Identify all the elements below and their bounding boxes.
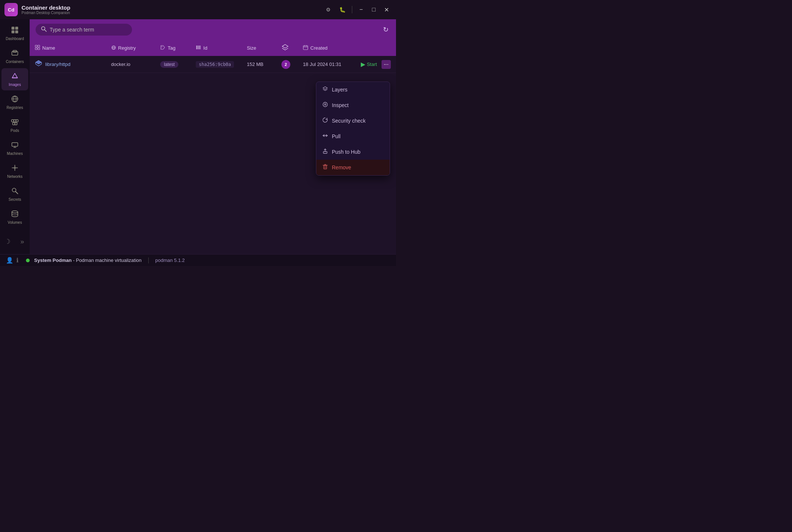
svg-rect-3 [15, 30, 18, 33]
svg-point-33 [162, 46, 162, 47]
table-header-row: Name Registry [30, 40, 396, 56]
menu-item-push-to-hub[interactable]: Push to Hub [316, 144, 390, 160]
settings-icon-btn[interactable]: ⚙ [322, 4, 334, 16]
sidebar-item-label-volumes: Volumes [8, 220, 22, 225]
menu-item-layers-label: Layers [332, 87, 347, 93]
menu-item-remove[interactable]: Remove [316, 160, 390, 175]
volumes-icon [11, 210, 19, 219]
menu-item-inspect[interactable]: Inspect [316, 97, 390, 113]
cell-actions: ▶ Start ··· [353, 56, 396, 73]
size-col-label: Size [247, 45, 256, 51]
menu-item-remove-label: Remove [332, 164, 351, 170]
sidebar-item-label-images: Images [9, 83, 21, 87]
start-label: Start [367, 61, 377, 67]
sidebar-item-containers[interactable]: Containers [1, 45, 28, 67]
pods-icon [11, 118, 19, 127]
sidebar-item-networks[interactable]: Networks [1, 160, 28, 182]
cell-id: sha256:9cb0a [191, 56, 241, 73]
app-title-block: Container desktop Podman Desktop Compani… [22, 4, 322, 15]
images-icon [11, 72, 19, 81]
content-area: ↻ Name [30, 19, 396, 254]
dashboard-icon [11, 26, 19, 35]
status-separator [148, 257, 149, 263]
search-box[interactable] [36, 24, 132, 36]
sidebar-item-machines[interactable]: Machines [1, 137, 28, 159]
col-header-id: Id [191, 40, 241, 56]
layer-badge: 2 [281, 60, 290, 69]
sidebar-item-label-containers: Containers [6, 60, 24, 64]
layers-col-icon [281, 47, 289, 52]
action-row: ▶ Start ··· [359, 60, 391, 69]
menu-item-security-check[interactable]: Security check [316, 113, 390, 129]
status-icons: 👤 ℹ [6, 257, 19, 264]
image-name: library/httpd [45, 61, 70, 67]
id-col-label: Id [203, 45, 207, 51]
search-input[interactable] [50, 27, 127, 33]
image-row-icon [35, 60, 42, 69]
sidebar-item-secrets[interactable]: Secrets [1, 183, 28, 205]
svg-rect-6 [12, 77, 18, 79]
sidebar-item-dashboard[interactable]: Dashboard [1, 22, 28, 44]
menu-item-push-label: Push to Hub [332, 149, 360, 155]
menu-item-pull[interactable]: Pull [316, 129, 390, 144]
svg-rect-0 [11, 27, 14, 30]
svg-rect-48 [324, 166, 327, 169]
cell-layers: 2 [276, 56, 298, 73]
col-header-tag: Tag [155, 40, 191, 56]
svg-rect-28 [38, 45, 40, 47]
push-hub-menu-icon [322, 148, 328, 156]
sidebar-item-registries[interactable]: Registries [1, 91, 28, 113]
titlebar-buttons: ⚙ 🐛 − □ ✕ [322, 4, 392, 16]
more-options-button[interactable]: ··· [382, 60, 391, 69]
app-title: Container desktop [22, 4, 322, 11]
refresh-button[interactable]: ↻ [382, 24, 390, 35]
cell-registry: docker.io [106, 56, 155, 73]
sidebar-item-pods[interactable]: Pods [1, 114, 28, 136]
sidebar: Dashboard Containers Images Registries P… [0, 19, 30, 254]
containers-icon [11, 49, 19, 58]
expand-icon[interactable]: » [16, 235, 29, 248]
sidebar-item-images[interactable]: Images [1, 68, 28, 90]
menu-item-security-label: Security check [332, 118, 366, 124]
minimize-button[interactable]: − [356, 4, 366, 15]
menu-item-layers[interactable]: Layers [316, 82, 390, 97]
sidebar-item-label-networks: Networks [7, 174, 23, 179]
status-person-icon[interactable]: 👤 [6, 257, 13, 264]
app-logo: Cd [4, 3, 18, 16]
theme-toggle-icon[interactable]: ☽ [1, 235, 14, 248]
svg-rect-14 [12, 143, 18, 146]
pull-menu-icon [322, 133, 328, 140]
svg-point-17 [14, 167, 16, 169]
svg-rect-1 [15, 27, 18, 30]
cell-size: 152 MB [242, 56, 276, 73]
sidebar-item-label-dashboard: Dashboard [6, 37, 24, 41]
name-col-label: Name [42, 45, 55, 51]
col-header-size: Size [242, 40, 276, 56]
start-button[interactable]: ▶ Start [359, 60, 379, 69]
tag-col-icon [160, 45, 165, 51]
security-check-menu-icon [322, 117, 328, 124]
networks-icon [11, 164, 19, 173]
svg-point-44 [324, 104, 326, 105]
play-icon: ▶ [361, 61, 365, 68]
images-table: Name Registry [30, 40, 396, 73]
context-menu: Layers Inspect Security check Pull [316, 82, 390, 176]
registry-col-label: Registry [118, 45, 136, 51]
svg-point-43 [323, 102, 327, 107]
svg-rect-9 [11, 120, 14, 122]
cell-created: 18 Jul 2024 01:31 [298, 56, 353, 73]
secrets-icon [11, 187, 19, 196]
cell-tag: latest [155, 56, 191, 73]
status-info-icon[interactable]: ℹ [16, 257, 19, 264]
sidebar-item-label-machines: Machines [7, 152, 23, 156]
svg-rect-12 [13, 123, 15, 125]
svg-rect-13 [15, 123, 17, 125]
id-badge: sha256:9cb0a [196, 61, 234, 68]
maximize-button[interactable]: □ [369, 4, 379, 15]
bug-icon-btn[interactable]: 🐛 [336, 4, 348, 16]
name-col-icon [35, 45, 40, 51]
layers-menu-icon [322, 86, 328, 93]
sidebar-bottom-row: ☽ » [1, 235, 29, 248]
sidebar-item-volumes[interactable]: Volumes [1, 206, 28, 228]
close-button[interactable]: ✕ [381, 4, 392, 15]
